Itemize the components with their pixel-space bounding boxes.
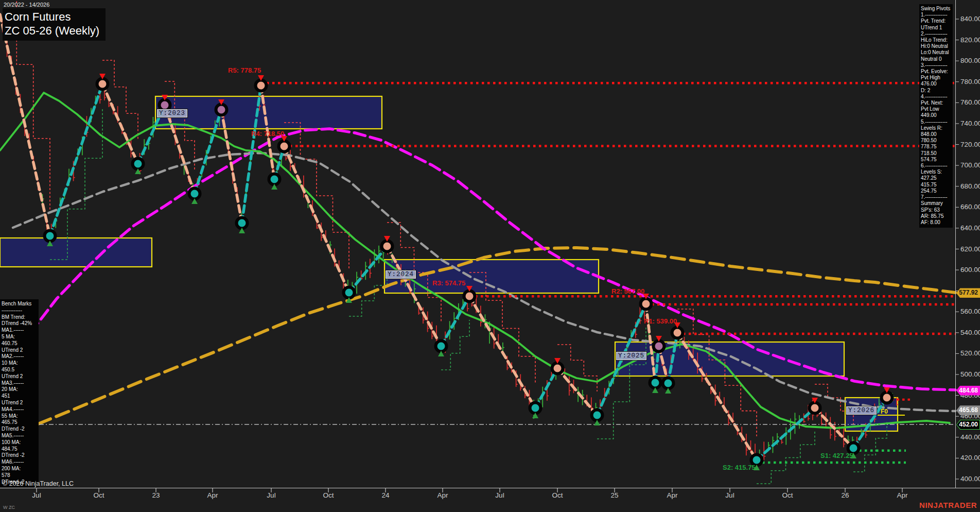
panel-line: Levels S: [921,169,952,175]
panel-line: 465.75 [2,419,38,426]
instrument-tag: W ZC [3,505,15,510]
panel-line: 5 MA: [2,334,38,340]
time-axis-label[interactable]: Apr [897,491,907,499]
time-axis-label[interactable]: Jul [32,491,41,499]
panel-line: MA6.------ [2,459,38,466]
panel-line: UTrend 1 [921,25,952,31]
panel-line: 254.75 [921,188,952,194]
support-level-label: S1: 427.25 [820,452,853,459]
panel-line: MA4.------ [2,406,38,413]
panel-line: Hi:0 Neutral [921,43,952,49]
year-range-label: Y:2024 [386,270,416,279]
panel-line: HiLo Trend: [921,37,952,43]
time-axis-label[interactable]: Oct [93,491,104,499]
panel-line: 476.00 [921,81,952,87]
panel-line: 460.75 [2,340,38,347]
price-axis-label[interactable]: 820.00 [960,36,980,44]
panel-line: 7.------------- [921,194,952,200]
panel-line: AR: 85.75 [921,213,952,219]
price-axis-label[interactable]: 420.00 [960,454,980,462]
price-axis-label[interactable]: 440.00 [960,433,980,441]
price-axis-label[interactable]: 520.00 [960,349,980,357]
time-axis-label[interactable]: Jul [267,491,275,499]
visible-date-range: 20/2022 - 14/2026 [4,2,49,8]
panel-line: 450.5 [2,367,38,373]
panel-line: Pvt. Evolve: [921,69,952,75]
panel-line: 780.50 [921,138,952,144]
panel-line: AF: 8.00 [921,219,952,226]
panel-line: MA5.------ [2,433,38,439]
price-tag: 452.00 [956,420,980,430]
fib-f0-label: F0 [881,408,888,415]
panel-line: D: 2 [921,88,952,94]
swing-pivots-title: Swing Pivots [921,6,952,12]
price-tag-value: 452.00 [957,420,979,429]
panel-line: 4.------------- [921,94,952,100]
time-axis-label[interactable]: Apr [437,491,448,499]
time-axis-label[interactable]: Oct [323,491,334,499]
panel-line: Levels R: [921,125,952,131]
time-axis-label[interactable]: 24 [381,491,389,499]
price-axis-label[interactable]: 800.00 [960,57,980,64]
price-axis-label[interactable]: 560.00 [960,308,980,315]
time-axis-label[interactable]: Apr [207,491,218,499]
panel-line: 484.75 [2,446,38,453]
panel-line: UTrend 2 [2,347,38,354]
price-axis-label[interactable]: 680.00 [960,182,980,190]
panel-line: UTrend 2 [2,373,38,380]
panel-line: DTrend -2 [2,426,38,433]
time-axis-label[interactable]: Jul [495,491,504,499]
price-axis-label[interactable]: 840.00 [960,15,980,23]
time-axis-label[interactable]: Oct [552,491,563,499]
time-axis-label[interactable]: 23 [152,491,160,499]
panel-line: 451 [2,393,38,400]
price-axis-label[interactable]: 500.00 [960,370,980,378]
time-axis-label[interactable]: Jul [725,491,734,499]
price-axis-label[interactable]: 760.00 [960,98,980,106]
price-axis-label[interactable]: 720.00 [960,141,980,148]
year-range-label: Y:2026 [846,406,877,415]
bench-marks-title: Bench Marks [2,301,38,308]
resistance-level-label: R2: 567.00 [611,287,644,295]
price-axis-label[interactable]: 780.00 [960,78,980,86]
panel-line: 427.25 [921,175,952,181]
chart-window: 20/2022 - 14/2026 Corn Futures ZC 05-26 … [0,0,980,512]
price-axis-label[interactable]: 600.00 [960,266,980,274]
price-axis-label[interactable]: 620.00 [960,245,980,253]
panel-line: ------------ [2,308,38,314]
resistance-level-label: R4: 718.50 [251,130,284,138]
panel-line: 574.75 [921,157,952,163]
price-axis-label[interactable]: 700.00 [960,161,980,169]
panel-line: 6.------------- [921,163,952,169]
panel-line: Pvt Low [921,106,952,112]
panel-line: Lo:0 Neutral [921,49,952,56]
panel-line: Summary [921,200,952,207]
price-axis-label[interactable]: 640.00 [960,224,980,232]
panel-line: 578 [2,472,38,479]
panel-line: 20 MA: [2,386,38,393]
time-axis-label[interactable]: 25 [610,491,618,499]
time-axis-label[interactable]: Oct [782,491,793,499]
panel-line: 449.00 [921,112,952,118]
price-axis-label[interactable]: 540.00 [960,329,980,336]
panel-line: MA1.------ [2,327,38,334]
panel-line: SP's: 63 [921,207,952,213]
panel-line: 3.------------- [921,62,952,69]
contract-period: ZC 05-26 (Weekly) [5,24,99,38]
panel-line: 1.------------- [921,12,952,18]
price-axis-label[interactable]: 400.00 [960,475,980,483]
resistance-level-label: R3: 574.75 [432,279,465,287]
chart-canvas[interactable] [0,0,980,512]
price-tag: 577.92 [956,288,980,298]
panel-line: MA3.------ [2,380,38,387]
panel-line: 848.00 [921,131,952,138]
resistance-level-label: R5: 778.75 [228,66,261,74]
panel-line: BM Trend: [2,314,38,321]
panel-line: 2.------------- [921,31,952,37]
instrument-title: Corn Futures ZC 05-26 (Weekly) [3,8,106,41]
copyright-text: © 2026 NinjaTrader, LLC [3,480,74,487]
price-axis-label[interactable]: 740.00 [960,120,980,127]
time-axis-label[interactable]: 26 [841,491,849,499]
price-axis-label[interactable]: 660.00 [960,203,980,211]
time-axis-label[interactable]: Apr [667,491,677,499]
